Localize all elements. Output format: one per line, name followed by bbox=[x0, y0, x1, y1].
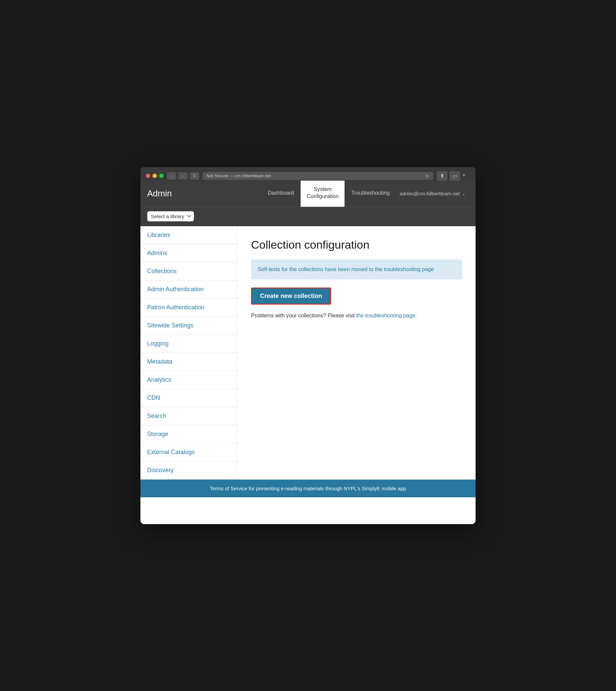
sidebar-item-storage[interactable]: Storage bbox=[140, 425, 237, 443]
browser-window: ‹ › ☷ Not Secure — cm.hilbertteam.net ↻ … bbox=[140, 167, 476, 524]
maximize-button[interactable] bbox=[159, 174, 163, 178]
minimize-button[interactable] bbox=[153, 174, 157, 178]
plus-button[interactable]: + bbox=[462, 172, 470, 180]
footer-text: Terms of Service for presenting e-readin… bbox=[210, 486, 406, 491]
sidebar-item-admin-authentication[interactable]: Admin Authentication bbox=[140, 281, 237, 298]
address-text: Not Secure — cm.hilbertteam.net bbox=[206, 173, 271, 178]
user-email: admin@cm.hilbertteam.net bbox=[400, 191, 460, 196]
nav-user[interactable]: admin@cm.hilbertteam.net ⌄ bbox=[396, 181, 469, 207]
library-bar: Select a library bbox=[140, 207, 476, 226]
main-content: Libraries Admins Collections Admin Authe… bbox=[140, 226, 476, 480]
help-text-after: . bbox=[415, 313, 417, 318]
info-banner: Self-tests for the collections have been… bbox=[251, 259, 462, 280]
app-header: Admin Dashboard SystemConfiguration Trou… bbox=[140, 181, 476, 207]
app-logo: Admin bbox=[147, 181, 172, 207]
sidebar-item-discovery[interactable]: Discovery bbox=[140, 462, 237, 480]
help-text: Problems with your collections? Please v… bbox=[251, 311, 462, 320]
sidebar-item-sitewide-settings[interactable]: Sitewide Settings bbox=[140, 317, 237, 335]
sidebar-item-patron-authentication[interactable]: Patron Authentication bbox=[140, 298, 237, 317]
page-title: Collection configuration bbox=[251, 238, 462, 251]
sidebar-item-cdn[interactable]: CDN bbox=[140, 389, 237, 407]
browser-nav: ‹ › ☷ bbox=[167, 172, 199, 180]
share-button[interactable]: ⬆ bbox=[437, 171, 447, 181]
reload-icon[interactable]: ↻ bbox=[425, 173, 429, 179]
address-bar[interactable]: Not Secure — cm.hilbertteam.net ↻ bbox=[202, 172, 433, 180]
sidebar-item-collections[interactable]: Collections bbox=[140, 262, 237, 281]
tab-overview-button[interactable]: ☷ bbox=[190, 172, 199, 180]
app-footer: Terms of Service for presenting e-readin… bbox=[140, 480, 476, 497]
app-nav: Dashboard SystemConfiguration Troublesho… bbox=[261, 181, 396, 207]
browser-chrome: ‹ › ☷ Not Secure — cm.hilbertteam.net ↻ … bbox=[140, 167, 476, 181]
browser-top-bar: ‹ › ☷ Not Secure — cm.hilbertteam.net ↻ … bbox=[146, 171, 470, 181]
content-area: Collection configuration Self-tests for … bbox=[238, 226, 476, 480]
forward-button[interactable]: › bbox=[178, 172, 188, 180]
browser-action-buttons: ⬆ ▭ + bbox=[437, 171, 470, 181]
sidebar-item-search[interactable]: Search bbox=[140, 407, 237, 425]
info-banner-text: Self-tests for the collections have been… bbox=[258, 266, 434, 272]
library-select[interactable]: Select a library bbox=[147, 211, 194, 222]
chevron-down-icon: ⌄ bbox=[462, 191, 465, 196]
back-button[interactable]: ‹ bbox=[167, 172, 176, 180]
sidebar-item-metadata[interactable]: Metadata bbox=[140, 353, 237, 371]
app-title: Admin bbox=[147, 188, 172, 199]
close-button[interactable] bbox=[146, 174, 150, 178]
sidebar-item-libraries[interactable]: Libraries bbox=[140, 226, 237, 244]
sidebar-item-external-catalogs[interactable]: External Catalogs bbox=[140, 443, 237, 462]
help-text-before: Problems with your collections? Please v… bbox=[251, 313, 356, 318]
sidebar-item-analytics[interactable]: Analytics bbox=[140, 371, 237, 389]
nav-system-config[interactable]: SystemConfiguration bbox=[301, 181, 345, 207]
browser-traffic-lights bbox=[146, 174, 163, 178]
sidebar-item-logging[interactable]: Logging bbox=[140, 335, 237, 353]
troubleshooting-link[interactable]: the troubleshooting page bbox=[356, 313, 415, 318]
below-browser-area bbox=[140, 497, 476, 524]
sidebar: Libraries Admins Collections Admin Authe… bbox=[140, 226, 238, 480]
nav-troubleshooting[interactable]: Troubleshooting bbox=[345, 181, 396, 207]
sidebar-item-admins[interactable]: Admins bbox=[140, 244, 237, 262]
create-new-collection-button[interactable]: Create new collection bbox=[251, 288, 331, 305]
nav-dashboard[interactable]: Dashboard bbox=[261, 181, 301, 207]
new-tab-button[interactable]: ▭ bbox=[449, 171, 460, 181]
